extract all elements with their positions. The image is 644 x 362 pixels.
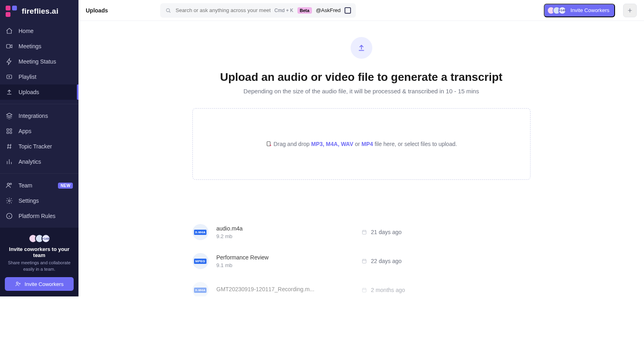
sidebar-item-apps[interactable]: Apps [0, 123, 78, 139]
sidebar: fireflies.ai HomeMeetingsMeeting StatusP… [0, 0, 78, 296]
sidebar-item-label: Topic Tracker [19, 143, 52, 150]
brand-name: fireflies.ai [22, 7, 58, 16]
file-date: 2 months ago [361, 287, 405, 293]
drop-text-pre: Drag and drop [274, 141, 310, 147]
svg-rect-12 [267, 142, 270, 146]
drop-formats-video: MP4 [361, 141, 373, 147]
top-invite-label: Invite Coworkers [570, 7, 609, 13]
sidebar-item-label: Apps [19, 128, 31, 134]
bars-icon [6, 158, 13, 165]
file-row[interactable]: X-M4Aaudio.m4a9.2 mb21 days ago [192, 218, 530, 247]
grid-icon [6, 128, 13, 135]
file-type-icon: MPEG [192, 253, 208, 269]
sidebar-item-label: Uploads [19, 89, 39, 95]
svg-point-11 [167, 8, 170, 12]
upload-subheading: Depending on the size of the audio file,… [192, 88, 530, 95]
sidebar-item-label: Meetings [19, 43, 41, 49]
sidebar-item-integrations[interactable]: Integrations [0, 108, 78, 123]
invite-title: Invite coworkers to your team [5, 246, 74, 258]
hash-icon [6, 143, 13, 150]
sidebar-item-label: Analytics [19, 158, 41, 165]
svg-point-8 [8, 200, 10, 202]
sidebar-item-meeting-status[interactable]: Meeting Status [0, 54, 78, 69]
drop-formats-audio: MP3, M4A, WAV [311, 141, 353, 147]
global-search[interactable]: Cmd + K Beta @AskFred [160, 3, 356, 18]
sidebar-invite-card: +149 Invite coworkers to your team Share… [0, 228, 78, 296]
upload-icon [6, 88, 13, 96]
keyboard-shortcut: Cmd + K [275, 8, 293, 13]
uploaded-files-list: X-M4Aaudio.m4a9.2 mb21 days agoMPEGPerfo… [192, 218, 530, 296]
sidebar-item-settings[interactable]: Settings [0, 193, 78, 208]
svg-rect-14 [362, 259, 366, 263]
home-icon [6, 27, 13, 35]
file-name: GMT20230919-120117_Recording.m... [217, 286, 353, 292]
sidebar-item-topic-tracker[interactable]: Topic Tracker [0, 139, 78, 154]
sidebar-item-playlist[interactable]: Playlist [0, 69, 78, 84]
stack-icon [6, 112, 13, 119]
plus-icon [627, 7, 633, 14]
gear-icon [6, 197, 13, 204]
main-area: Uploads Cmd + K Beta @AskFred +149 Invit… [78, 0, 644, 296]
svg-rect-4 [7, 132, 9, 134]
dropzone[interactable]: Drag and drop MP3, M4A, WAV or MP4 file … [192, 108, 530, 180]
calendar-icon [361, 287, 367, 293]
file-date: 21 days ago [361, 229, 402, 235]
upload-heading: Upload an audio or video file to generat… [192, 71, 530, 84]
svg-rect-5 [10, 132, 12, 134]
file-row[interactable]: X-M4AGMT20230919-120117_Recording.m...2 … [192, 276, 530, 296]
invite-subtitle: Share meetings and collaborate easily in… [5, 260, 74, 272]
svg-point-10 [17, 282, 19, 284]
svg-rect-13 [362, 230, 366, 234]
sidebar-item-meetings[interactable]: Meetings [0, 39, 78, 54]
file-type-icon: X-M4A [192, 224, 208, 240]
playlist-icon [6, 73, 13, 80]
users-icon [6, 182, 13, 189]
file-row[interactable]: MPEGPerformance Review9.1 mb22 days ago [192, 247, 530, 276]
calendar-icon [361, 229, 367, 235]
new-badge: NEW [58, 183, 73, 189]
sidebar-item-uploads[interactable]: Uploads [0, 84, 78, 100]
content: Upload an audio or video file to generat… [78, 21, 644, 296]
svg-rect-2 [7, 129, 9, 131]
sidebar-item-label: Meeting Status [19, 58, 56, 65]
topbar: Uploads Cmd + K Beta @AskFred +149 Invit… [78, 0, 644, 21]
search-icon [165, 7, 171, 14]
avatar-stack: +149 [5, 234, 74, 243]
file-type-icon: X-M4A [192, 282, 208, 296]
square-icon [345, 7, 351, 14]
drop-text-post: file here, or select files to upload. [375, 141, 457, 147]
page-title: Uploads [86, 7, 108, 14]
file-date: 22 days ago [361, 258, 402, 264]
file-upload-icon [266, 141, 272, 147]
sidebar-item-analytics[interactable]: Analytics [0, 154, 78, 169]
add-button[interactable] [623, 4, 637, 17]
file-size: 9.1 mb [217, 262, 353, 268]
sidebar-item-label: Team [19, 182, 32, 189]
drop-or: or [355, 141, 360, 147]
user-plus-icon [15, 281, 21, 287]
sidebar-item-label: Integrations [19, 113, 48, 119]
svg-point-6 [7, 183, 9, 185]
sidebar-item-label: Platform Rules [19, 213, 56, 219]
invite-coworkers-button[interactable]: Invite Coworkers [5, 277, 74, 291]
sidebar-item-platform-rules[interactable]: Platform Rules [0, 208, 78, 224]
info-icon [6, 212, 13, 220]
brand-logo[interactable]: fireflies.ai [0, 0, 78, 21]
bolt-icon [6, 58, 13, 65]
svg-rect-0 [6, 45, 10, 48]
beta-badge: Beta [297, 7, 312, 14]
sidebar-item-label: Settings [19, 197, 39, 204]
sidebar-item-label: Playlist [19, 74, 36, 80]
invite-button-label: Invite Coworkers [25, 281, 64, 287]
svg-rect-15 [362, 288, 366, 292]
sidebar-item-team[interactable]: TeamNEW [0, 178, 78, 193]
svg-rect-3 [10, 129, 12, 131]
file-size: 9.2 mb [217, 233, 353, 239]
file-name: audio.m4a [217, 225, 353, 232]
search-input[interactable] [175, 7, 270, 13]
sidebar-item-label: Home [19, 28, 33, 34]
avatar-stack: +149 [547, 6, 566, 14]
top-invite-coworkers-button[interactable]: +149 Invite Coworkers [544, 4, 615, 17]
sidebar-item-home[interactable]: Home [0, 23, 78, 39]
upload-hero-icon [351, 37, 372, 59]
